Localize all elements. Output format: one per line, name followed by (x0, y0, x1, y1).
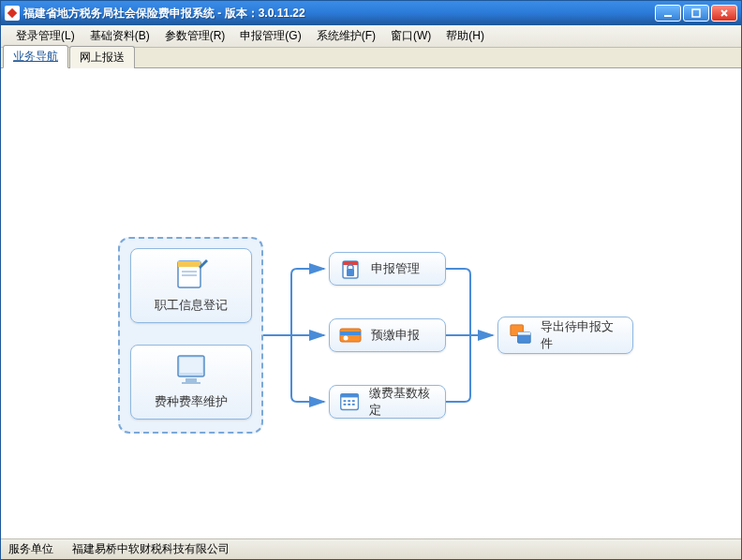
svg-rect-29 (518, 332, 531, 335)
windows-icon (508, 322, 533, 348)
base-verify-button[interactable]: 缴费基数核定 (329, 385, 446, 419)
svg-point-18 (344, 336, 349, 341)
svg-rect-21 (344, 400, 347, 402)
menubar: 登录管理(L) 基础资料(B) 参数管理(R) 申报管理(G) 系统维护(F) … (1, 25, 741, 48)
svg-rect-25 (348, 404, 350, 405)
export-label: 导出待申报文件 (541, 318, 623, 352)
svg-rect-7 (182, 271, 197, 273)
svg-rect-8 (182, 274, 197, 276)
tab-business-nav[interactable]: 业务导航 (3, 45, 68, 68)
declare-manage-label: 申报管理 (371, 260, 420, 277)
export-button[interactable]: 导出待申报文件 (497, 317, 633, 354)
svg-rect-20 (341, 394, 359, 398)
employee-register-button[interactable]: 职工信息登记 (130, 248, 252, 323)
close-button[interactable] (711, 5, 737, 22)
menu-login[interactable]: 登录管理(L) (8, 25, 82, 47)
maximize-button[interactable] (683, 5, 709, 22)
menu-declare[interactable]: 申报管理(G) (232, 25, 308, 47)
titlebar-text: 福建省地方税务局社会保险费申报系统 - 版本：3.0.11.22 (23, 6, 655, 22)
svg-rect-23 (352, 400, 355, 402)
statusbar: 服务单位 福建易桥中软财税科技有限公司 (1, 538, 741, 559)
svg-marker-0 (7, 8, 18, 19)
menu-params[interactable]: 参数管理(R) (157, 25, 233, 47)
flow-connectors (1, 68, 741, 538)
svg-rect-22 (348, 400, 350, 402)
base-verify-label: 缴费基数核定 (369, 385, 438, 419)
tabbar: 业务导航 网上报送 (1, 48, 741, 68)
status-label: 服务单位 (8, 541, 53, 557)
employee-register-label: 职工信息登记 (155, 297, 228, 314)
lock-document-icon (337, 256, 364, 282)
prepay-button[interactable]: 预缴申报 (329, 318, 446, 352)
calendar-icon (337, 389, 362, 415)
edit-document-icon (172, 258, 210, 291)
tab-online-submit[interactable]: 网上报送 (69, 46, 135, 68)
svg-rect-15 (347, 269, 354, 276)
menu-window[interactable]: 窗口(W) (383, 25, 438, 47)
content-area: 职工信息登记 费种费率维护 申报管理 预缴申报 缴费基数核定 (1, 68, 741, 538)
prepay-label: 预缴申报 (371, 327, 420, 344)
menu-help[interactable]: 帮助(H) (438, 25, 492, 47)
svg-rect-10 (180, 358, 202, 373)
card-icon (337, 322, 364, 348)
svg-rect-2 (692, 9, 700, 17)
declare-manage-button[interactable]: 申报管理 (329, 252, 446, 286)
menu-basic[interactable]: 基础资料(B) (82, 25, 157, 47)
minimize-button[interactable] (655, 5, 681, 22)
svg-rect-1 (664, 15, 672, 17)
svg-rect-24 (344, 404, 347, 405)
menu-system[interactable]: 系统维护(F) (309, 25, 383, 47)
status-company: 福建易桥中软财税科技有限公司 (72, 541, 230, 557)
fee-rate-label: 费种费率维护 (155, 393, 228, 410)
svg-rect-12 (182, 382, 200, 384)
svg-rect-26 (352, 404, 355, 405)
svg-rect-6 (178, 261, 200, 267)
app-icon (5, 6, 20, 21)
monitor-icon (172, 354, 210, 388)
window-controls (655, 5, 737, 22)
app-window: 福建省地方税务局社会保险费申报系统 - 版本：3.0.11.22 登录管理(L)… (0, 0, 742, 560)
titlebar: 福建省地方税务局社会保险费申报系统 - 版本：3.0.11.22 (1, 1, 741, 25)
fee-rate-button[interactable]: 费种费率维护 (130, 345, 252, 420)
svg-rect-17 (340, 332, 361, 335)
svg-rect-11 (186, 378, 197, 382)
